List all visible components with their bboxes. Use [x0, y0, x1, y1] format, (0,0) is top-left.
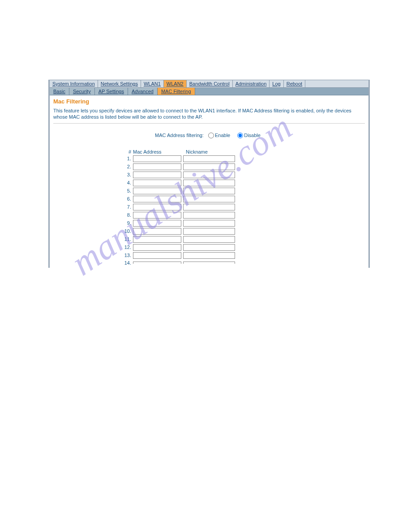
- nickname-input[interactable]: [183, 172, 235, 178]
- row-number: 12.: [124, 245, 131, 250]
- table-row: 1.: [124, 155, 365, 162]
- row-number: 10.: [124, 228, 131, 234]
- mac-address-input[interactable]: [133, 262, 181, 264]
- row-number: 11.: [124, 236, 131, 242]
- mac-address-input[interactable]: [133, 188, 181, 194]
- mac-address-input[interactable]: [133, 155, 181, 162]
- mac-address-input[interactable]: [133, 172, 181, 178]
- table-row: 14.: [124, 260, 365, 266]
- disable-radio[interactable]: [237, 133, 243, 138]
- row-number: 14.: [124, 260, 131, 266]
- sub-tab[interactable]: Basic: [50, 88, 69, 95]
- main-tab[interactable]: Network Settings: [98, 80, 141, 87]
- table-row: 3.: [124, 172, 365, 178]
- nickname-input[interactable]: [183, 204, 235, 210]
- table-row: 13.: [124, 252, 365, 259]
- table-row: 4.: [124, 180, 365, 186]
- mac-address-input[interactable]: [133, 244, 181, 251]
- row-number: 5.: [124, 188, 131, 193]
- main-tab[interactable]: WLAN2: [164, 80, 187, 87]
- row-number: 1.: [124, 156, 131, 161]
- main-tab-bar: System InformationNetwork SettingsWLAN1W…: [50, 80, 368, 88]
- main-tab[interactable]: System Information: [50, 80, 98, 87]
- table-row: 10.: [124, 228, 365, 235]
- table-header-row: # Mac Address Nickname: [124, 149, 365, 154]
- nickname-input[interactable]: [183, 236, 235, 243]
- table-row: 5.: [124, 188, 365, 194]
- header-nickname: Nickname: [186, 149, 208, 154]
- mac-address-table: # Mac Address Nickname 1.2.3.4.5.6.7.8.9…: [124, 149, 365, 266]
- nickname-input[interactable]: [183, 163, 235, 170]
- row-number: 3.: [124, 172, 131, 177]
- mac-address-input[interactable]: [133, 212, 181, 219]
- nickname-input[interactable]: [183, 196, 235, 202]
- sub-tab[interactable]: Advanced: [128, 88, 158, 95]
- main-tab[interactable]: Administration: [233, 80, 270, 87]
- nickname-input[interactable]: [183, 244, 235, 251]
- mac-address-input[interactable]: [133, 228, 181, 235]
- page-title: Mac Filtering: [53, 98, 365, 105]
- nickname-input[interactable]: [183, 212, 235, 219]
- row-number: 13.: [124, 253, 131, 258]
- divider: [53, 123, 365, 124]
- sub-tab[interactable]: MAC Filtering: [158, 88, 195, 95]
- header-num: #: [124, 149, 131, 154]
- table-row: 6.: [124, 196, 365, 202]
- sub-tab[interactable]: AP Settings: [95, 88, 128, 95]
- table-row: 11.: [124, 236, 365, 243]
- row-number: 4.: [124, 180, 131, 185]
- nickname-input[interactable]: [183, 228, 235, 235]
- content-area: Mac Filtering This feature lets you spec…: [50, 95, 368, 268]
- main-tab[interactable]: Log: [270, 80, 283, 87]
- router-admin-panel: System InformationNetwork SettingsWLAN1W…: [48, 80, 370, 268]
- mac-filter-toggle-row: MAC Address filtering: Enable Disable: [53, 133, 365, 138]
- enable-label[interactable]: Enable: [215, 133, 230, 138]
- main-tab[interactable]: WLAN1: [141, 80, 164, 87]
- nickname-input[interactable]: [183, 180, 235, 186]
- nickname-input[interactable]: [183, 155, 235, 162]
- row-number: 9.: [124, 220, 131, 226]
- row-number: 6.: [124, 196, 131, 202]
- nickname-input[interactable]: [183, 220, 235, 227]
- mac-address-input[interactable]: [133, 252, 181, 259]
- row-number: 8.: [124, 212, 131, 218]
- mac-address-input[interactable]: [133, 163, 181, 170]
- table-row: 9.: [124, 220, 365, 227]
- sub-tab[interactable]: Security: [69, 88, 95, 95]
- main-tab[interactable]: Bandwidth Control: [187, 80, 233, 87]
- disable-label[interactable]: Disable: [244, 133, 261, 138]
- enable-radio[interactable]: [208, 133, 214, 138]
- table-row: 12.: [124, 244, 365, 251]
- mac-address-input[interactable]: [133, 180, 181, 186]
- page-description: This feature lets you specify devices ar…: [53, 107, 365, 120]
- nickname-input[interactable]: [183, 188, 235, 194]
- table-row: 7.: [124, 204, 365, 210]
- mac-address-input[interactable]: [133, 236, 181, 243]
- nickname-input[interactable]: [183, 262, 235, 264]
- table-row: 8.: [124, 212, 365, 219]
- sub-tab-bar: BasicSecurityAP SettingsAdvancedMAC Filt…: [50, 88, 368, 95]
- mac-address-input[interactable]: [133, 204, 181, 210]
- nickname-input[interactable]: [183, 252, 235, 259]
- table-row: 2.: [124, 163, 365, 170]
- mac-address-input[interactable]: [133, 196, 181, 202]
- header-mac: Mac Address: [133, 149, 183, 154]
- row-number: 2.: [124, 164, 131, 169]
- mac-address-input[interactable]: [133, 220, 181, 227]
- row-number: 7.: [124, 204, 131, 210]
- filter-label: MAC Address filtering:: [155, 133, 204, 138]
- main-tab[interactable]: Reboot: [284, 80, 305, 87]
